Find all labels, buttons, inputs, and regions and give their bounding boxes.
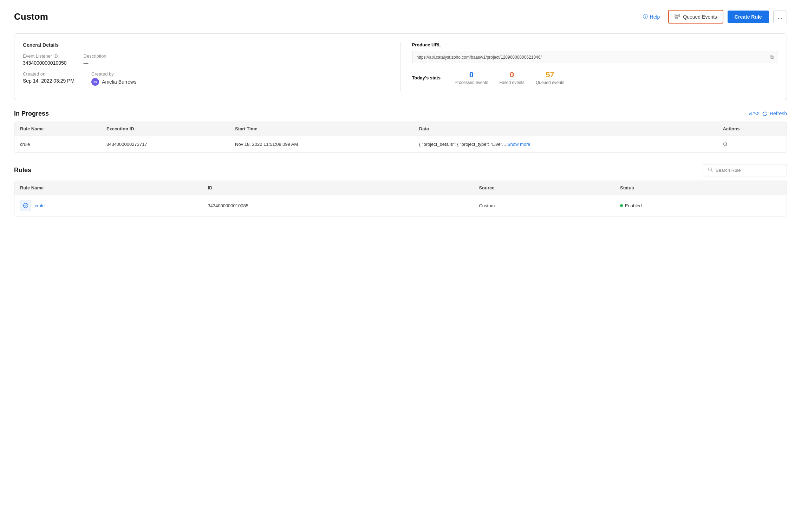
rules-title: Rules xyxy=(14,167,31,174)
col-data: Data xyxy=(413,122,717,136)
help-icon: ⓘ xyxy=(643,14,648,20)
rules-status: Enabled xyxy=(614,195,787,216)
svg-line-4 xyxy=(711,171,713,172)
rules-section-header: Rules xyxy=(14,164,787,176)
rules-rule-name: crule xyxy=(14,195,202,216)
queued-stat: 57 Queued events xyxy=(536,70,564,85)
todays-stats: Today's stats 0 Processed events 0 Faile… xyxy=(412,70,779,85)
queued-events-icon xyxy=(675,13,680,20)
created-on-value: Sep 14, 2022 03:29 PM xyxy=(23,78,74,84)
created-on-label: Created on xyxy=(23,71,74,77)
created-by-group: Created by ss Amelia Burrows xyxy=(91,71,136,86)
create-rule-button[interactable]: Create Rule xyxy=(728,11,769,23)
ip-actions[interactable]: ⚙ xyxy=(717,136,787,153)
in-progress-table-body: crule 3434000000273717 Nov 18, 2022 11:5… xyxy=(14,136,787,153)
rules-table-header: Rule Name ID Source Status xyxy=(14,181,787,195)
rule-name-link[interactable]: crule xyxy=(35,203,45,208)
ip-start-time: Nov 18, 2022 11:51:08:099 AM xyxy=(229,136,413,153)
description-group: Description — xyxy=(84,53,106,66)
page-title: Custom xyxy=(14,11,48,22)
copy-icon[interactable]: ⧉ xyxy=(770,54,774,60)
todays-stats-label: Today's stats xyxy=(412,75,441,80)
in-progress-table-container: Rule Name Execution ID Start Time Data A… xyxy=(14,122,787,153)
status-dot xyxy=(620,204,623,207)
rules-col-name: Rule Name xyxy=(14,181,202,195)
rules-table-container: Rule Name ID Source Status crule xyxy=(14,181,787,216)
help-button[interactable]: ⓘ Help xyxy=(639,11,664,23)
rules-table: Rule Name ID Source Status crule xyxy=(14,181,787,216)
card-right: Produce URL https://api.catalyst.zoho.co… xyxy=(401,42,779,91)
search-box[interactable] xyxy=(703,164,787,176)
search-icon xyxy=(708,167,713,173)
col-start-time: Start Time xyxy=(229,122,413,136)
col-rule-name: Rule Name xyxy=(14,122,101,136)
description-label: Description xyxy=(84,53,106,59)
svg-rect-2 xyxy=(675,18,678,18)
header-actions: ⓘ Help Queued Events Create Rule ... xyxy=(639,10,787,24)
page-header: Custom ⓘ Help Queued Events Create Rule … xyxy=(14,10,787,24)
table-row: crule 3434000000273717 Nov 18, 2022 11:5… xyxy=(14,136,787,153)
ip-data: { "project_details": { "project_type": "… xyxy=(413,136,717,153)
event-listener-id-label: Event Listener ID xyxy=(23,53,67,59)
in-progress-table-header: Rule Name Execution ID Start Time Data A… xyxy=(14,122,787,136)
processed-label: Processed events xyxy=(455,80,488,85)
svg-rect-1 xyxy=(675,16,680,17)
rules-col-source: Source xyxy=(473,181,614,195)
in-progress-section-header: In Progress &#↺; Refresh xyxy=(14,110,787,117)
failed-value: 0 xyxy=(510,70,514,79)
created-by-label: Created by xyxy=(91,71,136,77)
general-details-card: General Details Event Listener ID 343400… xyxy=(14,33,787,100)
rules-id: 3434000000010085 xyxy=(202,195,473,216)
created-on-group: Created on Sep 14, 2022 03:29 PM xyxy=(23,71,74,86)
queued-value: 57 xyxy=(546,70,554,79)
svg-rect-0 xyxy=(675,14,680,15)
rule-icon xyxy=(20,200,31,211)
rules-table-body: crule 3434000000010085 Custom Enabled xyxy=(14,195,787,216)
processed-value: 0 xyxy=(469,70,474,79)
produce-url-value: https://api.catalyst.zoho.com/baas/v1/pr… xyxy=(417,55,768,60)
refresh-icon: &#↺; xyxy=(749,111,768,117)
ip-execution-id: 3434000000273717 xyxy=(101,136,229,153)
rules-source: Custom xyxy=(473,195,614,216)
event-listener-id-group: Event Listener ID 3434000000010050 xyxy=(23,53,67,66)
search-rule-input[interactable] xyxy=(716,168,782,173)
general-details-title: General Details xyxy=(23,42,389,48)
status-label: Enabled xyxy=(625,203,642,208)
table-row: crule 3434000000010085 Custom Enabled xyxy=(14,195,787,216)
produce-url-label: Produce URL xyxy=(412,42,779,47)
description-value: — xyxy=(84,60,106,66)
avatar: ss xyxy=(91,78,99,86)
queued-label: Queued events xyxy=(536,80,564,85)
creator-name: Amelia Burrows xyxy=(102,79,136,85)
url-box: https://api.catalyst.zoho.com/baas/v1/pr… xyxy=(412,51,779,63)
in-progress-table: Rule Name Execution ID Start Time Data A… xyxy=(14,122,787,153)
svg-point-5 xyxy=(24,203,28,208)
in-progress-title: In Progress xyxy=(14,110,49,117)
more-options-button[interactable]: ... xyxy=(773,11,787,23)
gear-icon[interactable]: ⚙ xyxy=(723,141,728,147)
failed-stat: 0 Failed events xyxy=(500,70,525,85)
created-by-value: ss Amelia Burrows xyxy=(91,78,136,86)
rules-col-id: ID xyxy=(202,181,473,195)
col-execution-id: Execution ID xyxy=(101,122,229,136)
refresh-label: Refresh xyxy=(770,111,787,116)
card-left: General Details Event Listener ID 343400… xyxy=(23,42,401,91)
failed-label: Failed events xyxy=(500,80,525,85)
col-actions: Actions xyxy=(717,122,787,136)
queued-events-button[interactable]: Queued Events xyxy=(668,10,723,24)
processed-stat: 0 Processed events xyxy=(455,70,488,85)
show-more-link[interactable]: Show more xyxy=(507,142,530,147)
ip-rule-name: crule xyxy=(14,136,101,153)
rules-col-status: Status xyxy=(614,181,787,195)
refresh-button[interactable]: &#↺; Refresh xyxy=(749,111,787,117)
event-listener-id-value: 3434000000010050 xyxy=(23,60,67,66)
